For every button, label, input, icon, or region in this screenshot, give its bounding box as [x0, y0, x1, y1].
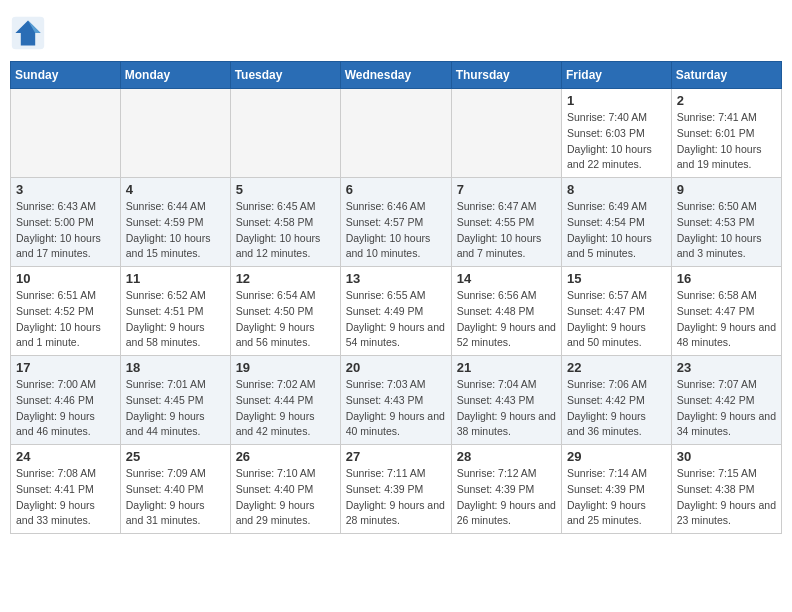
calendar-cell: 4Sunrise: 6:44 AMSunset: 4:59 PMDaylight…: [120, 178, 230, 267]
day-header-thursday: Thursday: [451, 62, 561, 89]
calendar-cell: 16Sunrise: 6:58 AMSunset: 4:47 PMDayligh…: [671, 267, 781, 356]
day-number: 20: [346, 360, 446, 375]
day-info: Sunrise: 7:06 AMSunset: 4:42 PMDaylight:…: [567, 377, 666, 440]
calendar-cell: [340, 89, 451, 178]
day-info: Sunrise: 7:00 AMSunset: 4:46 PMDaylight:…: [16, 377, 115, 440]
calendar-cell: 7Sunrise: 6:47 AMSunset: 4:55 PMDaylight…: [451, 178, 561, 267]
day-info: Sunrise: 7:03 AMSunset: 4:43 PMDaylight:…: [346, 377, 446, 440]
calendar-table: SundayMondayTuesdayWednesdayThursdayFrid…: [10, 61, 782, 534]
day-number: 24: [16, 449, 115, 464]
calendar-cell: 17Sunrise: 7:00 AMSunset: 4:46 PMDayligh…: [11, 356, 121, 445]
day-info: Sunrise: 6:57 AMSunset: 4:47 PMDaylight:…: [567, 288, 666, 351]
calendar-cell: 15Sunrise: 6:57 AMSunset: 4:47 PMDayligh…: [562, 267, 672, 356]
calendar-week-row: 24Sunrise: 7:08 AMSunset: 4:41 PMDayligh…: [11, 445, 782, 534]
day-info: Sunrise: 7:15 AMSunset: 4:38 PMDaylight:…: [677, 466, 776, 529]
day-number: 25: [126, 449, 225, 464]
day-info: Sunrise: 6:58 AMSunset: 4:47 PMDaylight:…: [677, 288, 776, 351]
calendar-cell: 23Sunrise: 7:07 AMSunset: 4:42 PMDayligh…: [671, 356, 781, 445]
day-info: Sunrise: 7:02 AMSunset: 4:44 PMDaylight:…: [236, 377, 335, 440]
day-info: Sunrise: 6:52 AMSunset: 4:51 PMDaylight:…: [126, 288, 225, 351]
day-header-saturday: Saturday: [671, 62, 781, 89]
day-number: 12: [236, 271, 335, 286]
day-info: Sunrise: 7:40 AMSunset: 6:03 PMDaylight:…: [567, 110, 666, 173]
day-info: Sunrise: 7:14 AMSunset: 4:39 PMDaylight:…: [567, 466, 666, 529]
calendar-cell: 3Sunrise: 6:43 AMSunset: 5:00 PMDaylight…: [11, 178, 121, 267]
calendar-week-row: 10Sunrise: 6:51 AMSunset: 4:52 PMDayligh…: [11, 267, 782, 356]
day-info: Sunrise: 6:56 AMSunset: 4:48 PMDaylight:…: [457, 288, 556, 351]
day-info: Sunrise: 7:04 AMSunset: 4:43 PMDaylight:…: [457, 377, 556, 440]
calendar-cell: 30Sunrise: 7:15 AMSunset: 4:38 PMDayligh…: [671, 445, 781, 534]
day-info: Sunrise: 7:10 AMSunset: 4:40 PMDaylight:…: [236, 466, 335, 529]
calendar-cell: 19Sunrise: 7:02 AMSunset: 4:44 PMDayligh…: [230, 356, 340, 445]
calendar-cell: 9Sunrise: 6:50 AMSunset: 4:53 PMDaylight…: [671, 178, 781, 267]
day-info: Sunrise: 7:08 AMSunset: 4:41 PMDaylight:…: [16, 466, 115, 529]
day-number: 17: [16, 360, 115, 375]
calendar-cell: 24Sunrise: 7:08 AMSunset: 4:41 PMDayligh…: [11, 445, 121, 534]
day-number: 11: [126, 271, 225, 286]
logo: [10, 15, 50, 51]
day-number: 10: [16, 271, 115, 286]
day-number: 3: [16, 182, 115, 197]
calendar-cell: 14Sunrise: 6:56 AMSunset: 4:48 PMDayligh…: [451, 267, 561, 356]
day-info: Sunrise: 7:01 AMSunset: 4:45 PMDaylight:…: [126, 377, 225, 440]
day-number: 9: [677, 182, 776, 197]
day-info: Sunrise: 6:50 AMSunset: 4:53 PMDaylight:…: [677, 199, 776, 262]
day-number: 30: [677, 449, 776, 464]
calendar-cell: 8Sunrise: 6:49 AMSunset: 4:54 PMDaylight…: [562, 178, 672, 267]
day-header-wednesday: Wednesday: [340, 62, 451, 89]
day-number: 15: [567, 271, 666, 286]
calendar-cell: 22Sunrise: 7:06 AMSunset: 4:42 PMDayligh…: [562, 356, 672, 445]
calendar-cell: 18Sunrise: 7:01 AMSunset: 4:45 PMDayligh…: [120, 356, 230, 445]
calendar-cell: 2Sunrise: 7:41 AMSunset: 6:01 PMDaylight…: [671, 89, 781, 178]
calendar-cell: 6Sunrise: 6:46 AMSunset: 4:57 PMDaylight…: [340, 178, 451, 267]
day-number: 1: [567, 93, 666, 108]
day-number: 7: [457, 182, 556, 197]
calendar-cell: 27Sunrise: 7:11 AMSunset: 4:39 PMDayligh…: [340, 445, 451, 534]
calendar-cell: 28Sunrise: 7:12 AMSunset: 4:39 PMDayligh…: [451, 445, 561, 534]
day-info: Sunrise: 6:49 AMSunset: 4:54 PMDaylight:…: [567, 199, 666, 262]
day-header-sunday: Sunday: [11, 62, 121, 89]
day-number: 6: [346, 182, 446, 197]
calendar-cell: [451, 89, 561, 178]
header: [10, 10, 782, 51]
day-number: 26: [236, 449, 335, 464]
calendar-cell: 11Sunrise: 6:52 AMSunset: 4:51 PMDayligh…: [120, 267, 230, 356]
day-number: 27: [346, 449, 446, 464]
calendar-cell: 13Sunrise: 6:55 AMSunset: 4:49 PMDayligh…: [340, 267, 451, 356]
day-info: Sunrise: 6:55 AMSunset: 4:49 PMDaylight:…: [346, 288, 446, 351]
day-number: 29: [567, 449, 666, 464]
day-number: 19: [236, 360, 335, 375]
day-number: 5: [236, 182, 335, 197]
calendar-cell: 10Sunrise: 6:51 AMSunset: 4:52 PMDayligh…: [11, 267, 121, 356]
calendar-cell: [230, 89, 340, 178]
day-number: 8: [567, 182, 666, 197]
day-number: 16: [677, 271, 776, 286]
day-info: Sunrise: 7:41 AMSunset: 6:01 PMDaylight:…: [677, 110, 776, 173]
calendar-cell: 29Sunrise: 7:14 AMSunset: 4:39 PMDayligh…: [562, 445, 672, 534]
day-header-monday: Monday: [120, 62, 230, 89]
calendar-cell: 26Sunrise: 7:10 AMSunset: 4:40 PMDayligh…: [230, 445, 340, 534]
day-info: Sunrise: 7:12 AMSunset: 4:39 PMDaylight:…: [457, 466, 556, 529]
day-info: Sunrise: 6:47 AMSunset: 4:55 PMDaylight:…: [457, 199, 556, 262]
calendar-cell: 5Sunrise: 6:45 AMSunset: 4:58 PMDaylight…: [230, 178, 340, 267]
logo-icon: [10, 15, 46, 51]
day-number: 14: [457, 271, 556, 286]
day-number: 4: [126, 182, 225, 197]
calendar-cell: [11, 89, 121, 178]
day-info: Sunrise: 6:46 AMSunset: 4:57 PMDaylight:…: [346, 199, 446, 262]
calendar-cell: 20Sunrise: 7:03 AMSunset: 4:43 PMDayligh…: [340, 356, 451, 445]
day-number: 21: [457, 360, 556, 375]
day-number: 28: [457, 449, 556, 464]
day-info: Sunrise: 7:07 AMSunset: 4:42 PMDaylight:…: [677, 377, 776, 440]
calendar-cell: 21Sunrise: 7:04 AMSunset: 4:43 PMDayligh…: [451, 356, 561, 445]
day-number: 23: [677, 360, 776, 375]
day-info: Sunrise: 6:44 AMSunset: 4:59 PMDaylight:…: [126, 199, 225, 262]
calendar-week-row: 17Sunrise: 7:00 AMSunset: 4:46 PMDayligh…: [11, 356, 782, 445]
day-info: Sunrise: 7:11 AMSunset: 4:39 PMDaylight:…: [346, 466, 446, 529]
calendar-week-row: 1Sunrise: 7:40 AMSunset: 6:03 PMDaylight…: [11, 89, 782, 178]
day-header-tuesday: Tuesday: [230, 62, 340, 89]
day-number: 2: [677, 93, 776, 108]
calendar-cell: [120, 89, 230, 178]
calendar-week-row: 3Sunrise: 6:43 AMSunset: 5:00 PMDaylight…: [11, 178, 782, 267]
day-number: 13: [346, 271, 446, 286]
